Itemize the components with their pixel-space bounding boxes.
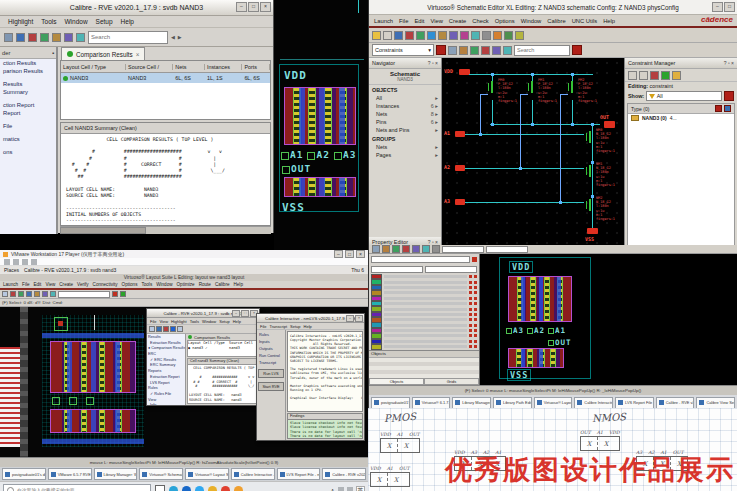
task-button[interactable]: Calibre - RVE v2020.1... [656,397,695,409]
places-menu[interactable]: Places [4,267,19,273]
lvs-titlebar[interactable]: Calibre Interactive - nmLVS v2020.1_17.9… [257,314,364,323]
tab-close-icon[interactable]: × [136,51,140,58]
menu-item[interactable]: Calibre [215,282,230,287]
toolbar-icon[interactable] [482,31,491,40]
toolbar-icon[interactable] [64,33,73,42]
toolbar-icon[interactable] [412,245,420,253]
toolbar-icon[interactable] [515,31,524,40]
pmos-transistor[interactable]: PM2 P_18_G2 l:180n w:2u m:1 fingers:1 [566,80,606,96]
schematic-canvas[interactable]: VDD PM0 P_18_G2 l:180n w:2u m:1 fingers:… [442,58,624,248]
menu-item[interactable]: Create [59,282,73,287]
toolbar-icon[interactable] [10,291,16,297]
menu-item[interactable]: Tools [41,18,56,25]
menu-item[interactable]: Options [122,282,138,287]
column-header[interactable]: Source Cell / [126,64,173,70]
task-button[interactable]: Calibre Interactive - nmL... [231,468,275,480]
lsw-mini-palette[interactable] [0,347,20,447]
toolbar-icon[interactable] [170,326,176,332]
toolbar-icon[interactable] [470,46,479,55]
schematic-search-input[interactable] [514,45,570,56]
horizontal-scrollbar[interactable] [60,226,271,234]
toolbar-icon[interactable] [42,291,48,297]
layer-visible-toggle[interactable] [469,302,472,305]
layer-select-toggle[interactable] [474,281,477,284]
toolbar-icon[interactable] [416,31,425,40]
palette-dropdown[interactable] [371,256,470,263]
navigator-item[interactable]: matics [0,135,56,143]
layer-select-toggle[interactable] [474,334,477,337]
menu-item[interactable]: Window [202,319,216,324]
layer-select-toggle[interactable] [474,297,477,300]
menu-item[interactable]: Edit [414,18,424,24]
menu-item[interactable]: Edit [33,282,41,287]
taskbar-search[interactable]: 在这里输入你要搜索的内容 [3,484,151,491]
tab-objects[interactable]: Objects [369,378,424,385]
navigator-group-row[interactable]: Nets▸ [369,143,441,151]
menu-item[interactable]: Window [521,18,542,24]
taskbar-app-icon[interactable] [195,486,204,491]
toolbar-icon[interactable] [481,46,490,55]
search-input[interactable] [88,31,168,44]
layer-select-toggle[interactable] [474,324,477,327]
menu-item[interactable]: Tools [190,319,199,324]
toolbar-icon[interactable] [661,71,670,80]
navigator-object-row[interactable]: Instances6 ▸ [369,102,441,110]
schematic-titlebar[interactable]: Virtuoso® Schematic Editor XL Editing: Z… [369,0,737,15]
menu-item[interactable]: Help [233,282,242,287]
lvs-sidebar-item[interactable]: Run Control [258,353,284,358]
task-button[interactable]: Calibre - RVE v2020... [322,468,366,480]
stop-icon[interactable] [724,91,734,101]
menu-item[interactable]: Create [449,18,466,24]
rve-mini-navigator[interactable]: Results Extraction Results ● Comparison … [147,334,186,405]
menu-item[interactable]: Launch [3,282,18,287]
ime-indicator[interactable]: 英 [356,486,366,491]
menu-item[interactable]: File [399,18,408,24]
menu-item[interactable]: Highlight [8,18,33,25]
menu-item[interactable]: Setup [290,324,300,329]
toolbar-icon[interactable] [40,33,49,42]
layer-visible-toggle[interactable] [469,324,472,327]
player-menu-icon[interactable] [4,259,10,265]
menu-item[interactable]: Help [121,18,134,25]
layer-visible-toggle[interactable] [469,308,472,311]
toolbar-icon[interactable] [16,33,25,42]
minimize-button[interactable]: – [232,310,240,317]
taskbar-app-icon[interactable] [169,486,178,491]
toolbar-icon[interactable] [392,245,400,253]
lvs-transcript[interactable]: Calibre Interactive - nmLVS v2020.1_17.9… [287,331,363,412]
menu-item[interactable]: Window [156,282,172,287]
taskbar-app-icon[interactable] [234,486,243,491]
minimize-button[interactable]: – [236,2,247,12]
panel-buttons[interactable]: ? ▫ × [724,60,734,66]
toolbar-icon[interactable] [156,326,162,332]
devices-icon[interactable] [31,259,37,265]
layer-visible-toggle[interactable] [469,313,472,316]
menu-item[interactable]: Verify [77,282,89,287]
toolbar-icon[interactable] [438,31,447,40]
navigator-item[interactable]: ons [0,148,56,156]
lvs-sidebar-item[interactable]: Outputs [258,346,284,351]
menu-item[interactable]: Launch [374,18,393,24]
toolbar-icon[interactable] [427,31,436,40]
toolbar-icon[interactable] [4,33,13,42]
layer-visible-toggle[interactable] [469,286,472,289]
layer-select-toggle[interactable] [474,345,477,348]
tab-comparison-results[interactable]: Comparison Results × [61,47,145,60]
menu-item[interactable]: Route [199,282,211,287]
out-pin[interactable] [604,121,615,128]
stop-icon[interactable] [572,45,582,55]
menu-item[interactable]: Setup [96,18,113,25]
menu-item[interactable]: Calibre [547,18,565,24]
menu-item[interactable]: UNC Utils [572,18,597,24]
run-lvs-button[interactable]: Run LVS [258,369,284,378]
minimize-button[interactable]: – [712,2,723,12]
task-button[interactable]: Calibre Interactive - nmL... [574,397,613,409]
taskbar-app-icon[interactable] [221,486,230,491]
navigator-item[interactable]: Summary [0,88,56,96]
navigator-group-row[interactable]: Pages▸ [369,151,441,159]
go-icon[interactable] [120,291,126,297]
layer-visible-toggle[interactable] [469,291,472,294]
layer-select-toggle[interactable] [474,302,477,305]
suspend-icon[interactable] [13,259,19,265]
lvs-sidebar-item[interactable]: Rules [258,332,284,337]
